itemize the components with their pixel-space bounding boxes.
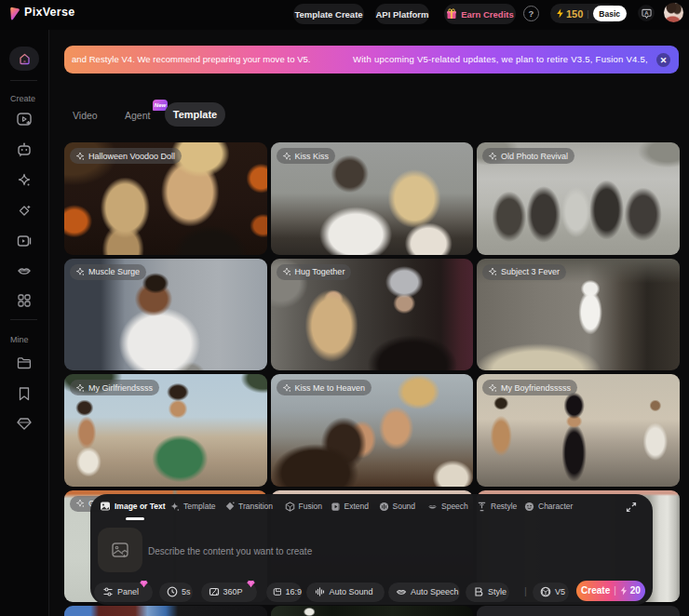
svg-text:A: A	[644, 9, 649, 15]
